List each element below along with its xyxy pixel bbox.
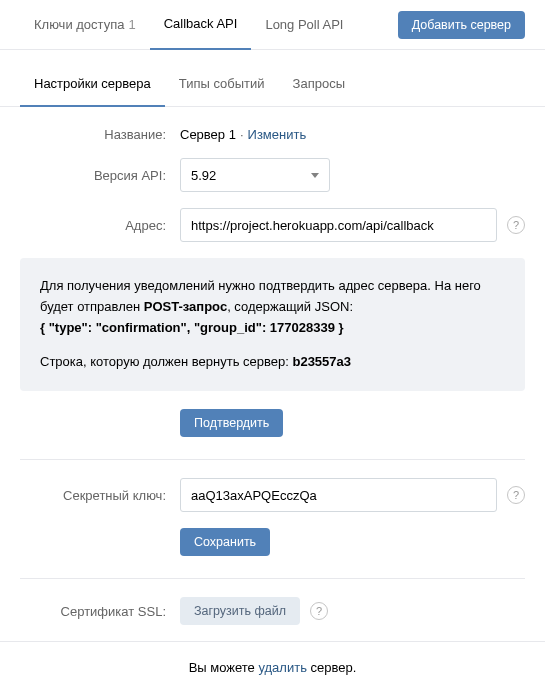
- tab-long-poll[interactable]: Long Poll API: [251, 0, 357, 50]
- info-json: { "type": "confirmation", "group_id": 17…: [40, 318, 505, 339]
- footer-prefix: Вы можете: [189, 660, 259, 675]
- row-api-version: Версия API: 5.92: [20, 158, 525, 192]
- label-address: Адрес:: [20, 218, 180, 233]
- label-secret-key: Секретный ключ:: [20, 488, 180, 503]
- footer-suffix: сервер.: [307, 660, 356, 675]
- info-return-text: Строка, которую должен вернуть сервер:: [40, 354, 292, 369]
- upload-file-button[interactable]: Загрузить файл: [180, 597, 300, 625]
- confirmation-info-box: Для получения уведомлений нужно подтверд…: [20, 258, 525, 391]
- label-name: Название:: [20, 127, 180, 142]
- info-text: , содержащий JSON:: [227, 299, 353, 314]
- label-ssl-cert: Сертификат SSL:: [20, 604, 180, 619]
- server-name-value: Сервер 1: [180, 127, 236, 142]
- divider: [20, 578, 525, 579]
- add-server-button[interactable]: Добавить сервер: [398, 11, 525, 39]
- row-name: Название: Сервер 1 · Изменить: [20, 127, 525, 142]
- tab-callback-api[interactable]: Callback API: [150, 0, 252, 50]
- help-icon[interactable]: ?: [507, 216, 525, 234]
- secret-key-input[interactable]: [180, 478, 497, 512]
- row-secret-key: Секретный ключ: ?: [20, 478, 525, 512]
- footer: Вы можете удалить сервер.: [0, 641, 545, 692]
- divider: [20, 459, 525, 460]
- chevron-down-icon: [311, 173, 319, 178]
- subtab-event-types[interactable]: Типы событий: [165, 64, 279, 106]
- top-tabs-bar: Ключи доступа 1 Callback API Long Poll A…: [0, 0, 545, 50]
- delete-server-link[interactable]: удалить: [258, 660, 306, 675]
- sub-tabs-bar: Настройки сервера Типы событий Запросы: [0, 64, 545, 107]
- api-version-value: 5.92: [191, 168, 216, 183]
- confirm-button[interactable]: Подтвердить: [180, 409, 283, 437]
- subtab-server-settings[interactable]: Настройки сервера: [20, 64, 165, 107]
- tab-count: 1: [128, 17, 135, 32]
- form-area: Название: Сервер 1 · Изменить Версия API…: [0, 107, 545, 625]
- info-return-code: b23557a3: [292, 354, 351, 369]
- api-version-select[interactable]: 5.92: [180, 158, 330, 192]
- change-name-link[interactable]: Изменить: [248, 127, 307, 142]
- info-post-label: POST-запрос: [144, 299, 227, 314]
- confirm-row: Подтвердить: [20, 409, 525, 437]
- separator: ·: [240, 127, 244, 142]
- subtab-requests[interactable]: Запросы: [279, 64, 359, 106]
- tab-label: Long Poll API: [265, 17, 343, 32]
- save-button[interactable]: Сохранить: [180, 528, 270, 556]
- address-input[interactable]: [180, 208, 497, 242]
- tab-access-keys[interactable]: Ключи доступа 1: [20, 0, 150, 50]
- help-icon[interactable]: ?: [507, 486, 525, 504]
- tab-label: Callback API: [164, 16, 238, 31]
- help-icon[interactable]: ?: [310, 602, 328, 620]
- save-row: Сохранить: [20, 528, 525, 556]
- row-ssl-cert: Сертификат SSL: Загрузить файл ?: [20, 597, 525, 625]
- label-api-version: Версия API:: [20, 168, 180, 183]
- tab-label: Ключи доступа: [34, 17, 124, 32]
- row-address: Адрес: ?: [20, 208, 525, 242]
